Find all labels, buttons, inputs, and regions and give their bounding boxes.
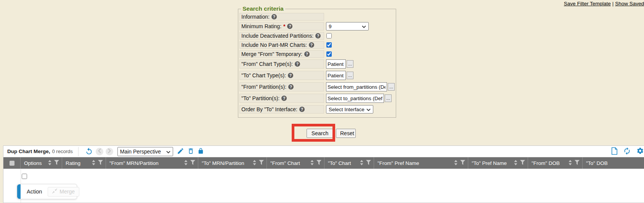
- toolbar-divider: [78, 147, 79, 156]
- merge-arrows-icon: [52, 189, 57, 195]
- to-chart-types-picker-button[interactable]: ...: [347, 72, 353, 79]
- form-row-from-partitions: "From" Partition(s):?...: [239, 82, 395, 91]
- column-header-icons: [357, 160, 371, 166]
- help-icon[interactable]: ?: [271, 14, 277, 19]
- column-label: "To" MRN/Partition: [202, 160, 244, 166]
- select-all-checkbox[interactable]: [10, 161, 14, 166]
- help-icon[interactable]: ?: [299, 107, 305, 112]
- column-header-to-pref-name[interactable]: "To" Pref Name: [468, 157, 528, 169]
- page: Save Filter Template|Show Saved Search c…: [0, 0, 644, 203]
- help-icon[interactable]: ?: [295, 61, 300, 67]
- header-cells: OptionsRating"From" MRN/Partition"To" MR…: [21, 157, 644, 169]
- column-header-to-dob[interactable]: "To" DOB: [583, 157, 644, 169]
- sort-icon[interactable]: [514, 160, 518, 166]
- field-label-order-by-to-interface: Order By "To" Interface:?: [239, 105, 324, 113]
- save-filter-template-link[interactable]: Save Filter Template: [564, 1, 611, 6]
- sort-icon[interactable]: [568, 160, 572, 166]
- column-header-options[interactable]: Options: [21, 157, 62, 169]
- filter-funnel-icon[interactable]: [460, 160, 465, 166]
- link-divider: |: [612, 1, 614, 6]
- filter-funnel-icon[interactable]: [259, 160, 264, 166]
- column-header-to-mrn-partition[interactable]: "To" MRN/Partition: [198, 157, 267, 169]
- to-chart-types-input[interactable]: [326, 71, 346, 80]
- document-icon: [611, 147, 618, 156]
- column-label: "To" Pref Name: [472, 160, 507, 166]
- form-row-merge-from-temporary: Merge "From" Temporary:?: [239, 50, 395, 58]
- filter-funnel-icon[interactable]: [520, 160, 525, 166]
- include-deactivated-partitions-checkbox[interactable]: [326, 33, 332, 38]
- sort-icon[interactable]: [184, 160, 188, 166]
- edit-perspective-button[interactable]: [177, 147, 184, 156]
- merge-button[interactable]: Merge: [48, 187, 79, 197]
- search-form-rows: Information:?Minimum Rating:*?9Include D…: [239, 13, 395, 113]
- from-partitions-picker-button[interactable]: ...: [388, 83, 395, 91]
- form-row-information: Information:?: [239, 13, 395, 21]
- settings-button[interactable]: [636, 147, 644, 156]
- to-partitions-picker-button[interactable]: ...: [385, 94, 392, 102]
- help-icon[interactable]: ?: [309, 42, 314, 48]
- perspective-select[interactable]: Main Perspective: [117, 147, 173, 156]
- order-by-to-interface-select[interactable]: Select Interface: [326, 105, 373, 113]
- column-label: "From" Pref Name: [377, 160, 419, 166]
- field-label-text: Include No Part-MR Charts:: [241, 42, 307, 48]
- help-icon[interactable]: ?: [287, 24, 292, 29]
- filter-funnel-icon[interactable]: [366, 160, 371, 166]
- order-by-to-interface-select-value: Select Interface: [329, 107, 365, 112]
- action-panel-accent-bar: [17, 184, 21, 199]
- field-label-from-partitions: "From" Partition(s):?: [239, 82, 324, 91]
- column-header-from-mrn-partition[interactable]: "From" MRN/Partition: [106, 157, 198, 169]
- minimum-rating-select[interactable]: 9: [326, 22, 369, 30]
- show-saved-link[interactable]: Show Saved: [615, 1, 644, 6]
- undo-button[interactable]: [85, 147, 93, 156]
- sort-icon[interactable]: [360, 160, 364, 166]
- form-row-order-by-to-interface: Order By "To" Interface:?Select Interfac…: [239, 105, 395, 113]
- help-icon[interactable]: ?: [315, 33, 321, 38]
- help-icon[interactable]: ?: [288, 73, 293, 78]
- lock-perspective-button[interactable]: [198, 147, 204, 156]
- from-partitions-input[interactable]: [326, 82, 387, 91]
- sort-icon[interactable]: [310, 160, 314, 166]
- filter-funnel-icon[interactable]: [190, 160, 195, 166]
- sort-icon[interactable]: [252, 160, 257, 166]
- export-button[interactable]: [611, 147, 618, 156]
- minimum-rating-select-value: 9: [329, 24, 332, 29]
- column-header-from-pref-name[interactable]: "From" Pref Name: [374, 157, 468, 169]
- sort-icon[interactable]: [92, 160, 96, 166]
- include-no-part-mr-charts-checkbox[interactable]: [326, 42, 332, 48]
- column-header-icons: [511, 160, 525, 166]
- search-button[interactable]: Search: [307, 129, 333, 138]
- sort-icon[interactable]: [48, 160, 52, 166]
- filter-funnel-icon[interactable]: [575, 160, 580, 166]
- row-checkbox[interactable]: [22, 174, 27, 179]
- column-header-rating[interactable]: Rating: [62, 157, 106, 169]
- merge-from-temporary-checkbox[interactable]: [326, 51, 332, 57]
- select-all-checkbox-cell[interactable]: [3, 157, 21, 169]
- field-label-include-deactivated-partitions: Include Deactivated Partitions:?: [239, 32, 324, 40]
- previous-perspective-button[interactable]: [96, 148, 103, 155]
- to-partitions-input[interactable]: [326, 94, 384, 103]
- reset-button[interactable]: Reset: [336, 129, 356, 138]
- column-header-from-dob[interactable]: "From" DOB: [528, 157, 583, 169]
- field-label-include-no-part-mr-charts: Include No Part-MR Charts:?: [239, 41, 324, 49]
- help-icon[interactable]: ?: [281, 96, 287, 101]
- help-icon[interactable]: ?: [304, 51, 310, 57]
- delete-perspective-button[interactable]: [187, 147, 194, 156]
- from-chart-types-picker-button[interactable]: ...: [347, 60, 353, 68]
- refresh-icon: [623, 147, 631, 156]
- field-label-information: Information:?: [239, 13, 324, 21]
- column-header-from-chart[interactable]: "From" Chart: [267, 157, 324, 169]
- merge-button-label: Merge: [59, 189, 75, 195]
- next-perspective-button[interactable]: [106, 148, 113, 155]
- column-header-icons: [249, 160, 264, 166]
- filter-funnel-icon[interactable]: [54, 160, 59, 166]
- filter-funnel-icon[interactable]: [316, 160, 321, 166]
- sort-icon[interactable]: [454, 160, 458, 166]
- refresh-button[interactable]: [623, 147, 631, 156]
- filter-funnel-icon[interactable]: [98, 160, 103, 166]
- column-header-icons: [451, 160, 465, 166]
- from-chart-types-input[interactable]: [326, 59, 346, 69]
- column-header-to-chart[interactable]: "To" Chart: [324, 157, 374, 169]
- help-icon[interactable]: ?: [288, 84, 294, 90]
- grid-toolbar: Dup Chart Merge, 0 records Main Perspect…: [3, 146, 644, 157]
- field-control-to-chart-types: ...: [326, 71, 353, 80]
